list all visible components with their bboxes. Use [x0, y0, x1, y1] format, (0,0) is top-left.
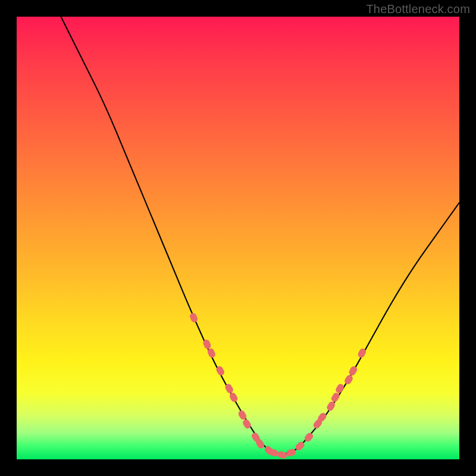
chart-svg — [17, 17, 459, 459]
curve-marker — [348, 365, 358, 377]
curve-marker — [343, 374, 354, 385]
chart-frame: TheBottleneck.com — [0, 0, 476, 476]
bottleneck-curve — [61, 17, 459, 454]
curve-marker — [277, 450, 288, 459]
curve-marker — [228, 392, 239, 403]
chart-plot-area — [17, 17, 459, 459]
marker-group — [189, 312, 367, 459]
watermark-text: TheBottleneck.com — [366, 2, 470, 16]
curve-marker — [330, 392, 341, 403]
curve-marker — [189, 312, 198, 323]
curve-marker — [334, 383, 345, 394]
